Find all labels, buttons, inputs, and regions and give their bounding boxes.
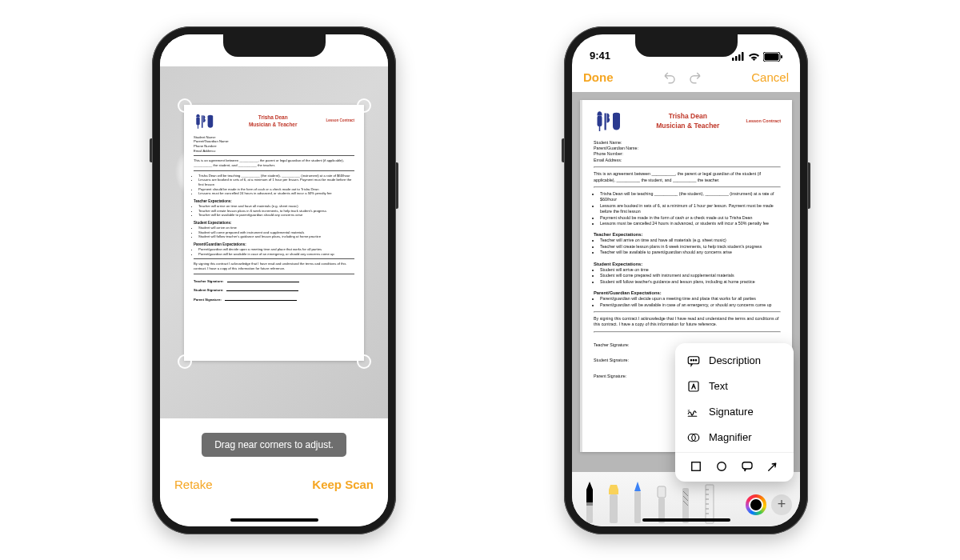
- svg-rect-31: [634, 491, 641, 523]
- svg-rect-3: [208, 118, 213, 118]
- svg-rect-7: [738, 54, 741, 61]
- cancel-button[interactable]: Cancel: [751, 70, 789, 84]
- svg-rect-29: [586, 502, 593, 506]
- shape-circle-icon[interactable]: [714, 459, 729, 474]
- signature-icon: x: [686, 405, 701, 419]
- redo-icon[interactable]: [688, 70, 702, 85]
- popover-magnifier[interactable]: Magnifier: [675, 425, 794, 450]
- home-indicator[interactable]: [642, 518, 730, 522]
- magnifier-icon: [686, 430, 701, 445]
- text-icon: [686, 379, 701, 394]
- battery-icon: [763, 52, 782, 62]
- home-indicator[interactable]: [230, 518, 318, 522]
- notch: [223, 34, 326, 57]
- svg-rect-32: [658, 486, 666, 498]
- wifi-icon: [748, 52, 760, 61]
- crop-handle-bl[interactable]: [178, 354, 192, 369]
- scan-viewport[interactable]: Trisha Dean Musician & Teacher Lesson Co…: [160, 66, 388, 418]
- svg-rect-16: [614, 118, 620, 119]
- svg-rect-6: [735, 56, 738, 61]
- color-well[interactable]: [746, 494, 766, 515]
- nav-bar: Done Cancel: [572, 63, 800, 92]
- crop-handle-tr[interactable]: [357, 98, 371, 113]
- popover-description[interactable]: Description: [675, 348, 794, 374]
- svg-rect-10: [765, 53, 779, 60]
- svg-rect-4: [208, 119, 213, 120]
- svg-rect-12: [598, 115, 602, 126]
- document-logo: [194, 113, 220, 130]
- svg-point-20: [695, 359, 697, 361]
- markup-add-button[interactable]: +: [771, 494, 792, 515]
- phone-right-markup: 9:41 Done Cancel Tr: [564, 26, 808, 534]
- doc-title-line2: Musician & Teacher: [249, 122, 298, 129]
- markup-add-popover: Description Text x Signature Magnifier: [675, 343, 794, 482]
- svg-rect-25: [692, 462, 701, 470]
- svg-rect-21: [689, 382, 698, 391]
- svg-point-18: [690, 359, 692, 361]
- svg-point-19: [693, 359, 694, 361]
- doc-title-line1: Trisha Dean: [249, 114, 298, 122]
- document-logo: [594, 110, 630, 134]
- tool-highlighter[interactable]: [604, 480, 623, 525]
- shape-square-icon[interactable]: [689, 459, 703, 474]
- phone-left-scan: Trisha Dean Musician & Teacher Lesson Co…: [152, 26, 396, 534]
- crop-handle-br[interactable]: [357, 354, 371, 369]
- popover-signature[interactable]: x Signature: [675, 399, 794, 425]
- svg-rect-8: [742, 52, 744, 61]
- svg-rect-30: [610, 494, 618, 523]
- svg-text:x: x: [688, 408, 690, 413]
- shape-bubble-icon[interactable]: [740, 459, 754, 474]
- svg-rect-15: [614, 117, 620, 118]
- scanned-document[interactable]: Trisha Dean Musician & Teacher Lesson Co…: [184, 105, 364, 361]
- shape-arrow-icon[interactable]: [766, 459, 780, 474]
- keep-scan-button[interactable]: Keep Scan: [312, 478, 374, 491]
- svg-point-26: [718, 462, 726, 470]
- svg-rect-27: [742, 462, 752, 468]
- notch: [635, 34, 738, 57]
- undo-icon[interactable]: [662, 70, 677, 85]
- svg-rect-1: [198, 125, 198, 128]
- tool-pen[interactable]: [580, 480, 599, 525]
- hint-pill: Drag near corners to adjust.: [202, 433, 346, 457]
- retake-button[interactable]: Retake: [174, 478, 213, 491]
- status-time: 9:41: [590, 50, 610, 62]
- popover-text[interactable]: Text: [675, 374, 794, 399]
- svg-rect-0: [196, 117, 199, 125]
- svg-rect-11: [781, 55, 782, 58]
- markup-viewport[interactable]: Trisha Dean Musician & Teacher Lesson Co…: [572, 92, 800, 472]
- doc-badge: Lesson Contract: [326, 118, 354, 123]
- svg-rect-13: [599, 126, 601, 131]
- done-button[interactable]: Done: [583, 70, 614, 84]
- description-icon: [686, 354, 701, 368]
- crop-handle-tl[interactable]: [178, 98, 192, 113]
- cellular-icon: [732, 52, 745, 61]
- svg-rect-5: [732, 58, 734, 61]
